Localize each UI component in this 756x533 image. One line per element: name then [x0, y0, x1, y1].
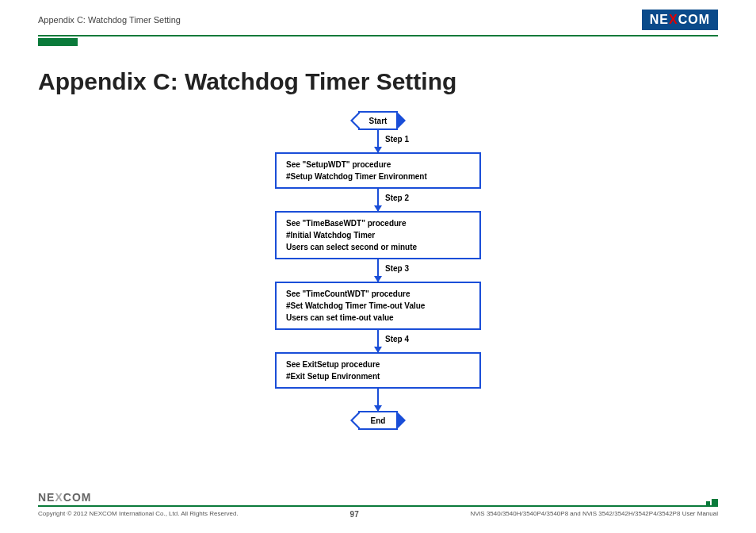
process-line: #Initial Watchdog Timer — [286, 231, 375, 240]
process-line: #Set Watchdog Timer Time-out Value — [286, 301, 425, 310]
process-line: See "TimeBaseWDT" procedure — [286, 219, 407, 228]
flowchart: Start Step 1See "SetupWDT" procedure#Set… — [251, 111, 505, 430]
breadcrumb: Appendix C: Watchdog Timer Setting — [38, 15, 181, 25]
process-line: Users can set time-out value — [286, 313, 394, 322]
process-line: See ExitSetup procedure — [286, 360, 380, 369]
page-footer: NEXCOM Copyright © 2012 NEXCOM Internati… — [0, 491, 756, 533]
process-line: #Setup Watchdog Timer Environment — [286, 172, 427, 181]
step-label: Step 2 — [385, 194, 409, 202]
flowchart-connector: Step 1 — [377, 130, 379, 152]
doc-title: NViS 3540/3540H/3540P4/3540P8 and NViS 3… — [471, 510, 718, 519]
footer-rule — [38, 505, 718, 507]
step-label: Step 1 — [385, 135, 409, 144]
process-line: Users can select second or minute — [286, 243, 417, 251]
step-label: Step 4 — [385, 335, 409, 343]
flowchart-start: Start — [358, 111, 398, 130]
step-label: Step 3 — [385, 264, 409, 273]
footer-logo: NEXCOM — [38, 491, 718, 504]
flowchart-end: End — [358, 411, 398, 430]
flowchart-connector — [377, 389, 379, 411]
process-line: See "TimeCountWDT" procedure — [286, 290, 410, 298]
page-number: 97 — [350, 510, 359, 519]
flowchart-connector: Step 2 — [377, 189, 379, 211]
flowchart-process: See "TimeBaseWDT" procedure#Initial Watc… — [275, 211, 481, 259]
flowchart-connector: Step 4 — [377, 330, 379, 352]
process-line: #Exit Setup Environment — [286, 372, 380, 381]
header-rule — [38, 35, 718, 36]
page-header: Appendix C: Watchdog Timer Setting NEXCO… — [0, 0, 756, 35]
flowchart-process: See "TimeCountWDT" procedure#Set Watchdo… — [275, 282, 481, 330]
process-line: See "SetupWDT" procedure — [286, 160, 391, 169]
accent-bar — [38, 38, 78, 46]
copyright: Copyright © 2012 NEXCOM International Co… — [38, 510, 239, 519]
nexcom-logo: NEXCOM — [642, 10, 718, 30]
flowchart-process: See ExitSetup procedure#Exit Setup Envir… — [275, 352, 481, 389]
flowchart-process: See "SetupWDT" procedure#Setup Watchdog … — [275, 152, 481, 189]
flowchart-connector: Step 3 — [377, 259, 379, 282]
page-title: Appendix C: Watchdog Timer Setting — [38, 68, 718, 95]
